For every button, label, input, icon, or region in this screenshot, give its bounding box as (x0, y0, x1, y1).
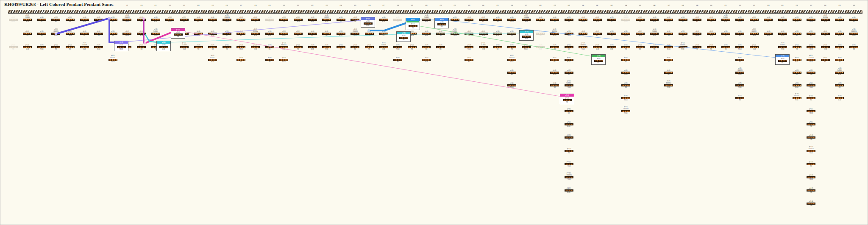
pendant-node[interactable]: p3 (1)MAB (733, 44, 747, 50)
pendant-node[interactable]: p1 (6)WAB (163, 17, 177, 23)
pendant-node[interactable]: p4 (6)NB (262, 57, 277, 63)
pendant-node[interactable]: p3 (4)MAB (662, 44, 676, 50)
pendant-node[interactable]: p3 (7)NB (505, 44, 519, 50)
pendant-node[interactable]: p1 (9)EEZZZ4WAB (519, 14, 533, 23)
pendant-node[interactable]: p2 (2)MAB (120, 31, 134, 37)
pendant-node[interactable]: p3 (7)CEZZZ8WAB (77, 42, 92, 50)
pendant-node[interactable]: p3 (1)NB (220, 44, 234, 50)
pendant-node[interactable]: p2 (2)EEZZZ4WAB (248, 28, 263, 37)
pendant-node[interactable]: p3 (1)KE (134, 44, 149, 50)
pendant-node[interactable]: p3 (7)KE (633, 44, 647, 50)
pendant-node[interactable]: p1 (6)CLZZZ2WAB (718, 14, 733, 23)
pendant-node[interactable]: p3 (1)NE (262, 44, 277, 50)
pendant-node[interactable]: p2 (2)NE (291, 31, 305, 37)
pendant-node[interactable]: p9 (4)MAB (562, 121, 576, 128)
pendant-node[interactable]: p4 (9)NE (234, 57, 248, 63)
pendant-node[interactable]: p2 (5)WAB (134, 31, 149, 37)
pendant-node[interactable]: p2 (8)WAB (277, 31, 291, 37)
pendant-node[interactable]: p3 (1)WAB (818, 44, 832, 50)
pendant-node[interactable]: p2 (2)NB (34, 31, 49, 37)
pendant-node[interactable]: p6 (7)WAB (733, 82, 747, 89)
pendant-node[interactable]: p5 (2)NE (562, 69, 576, 76)
pendant-node[interactable]: p3 (4)WAB (747, 44, 761, 50)
magenta-selected-b[interactable]: p7 (4)p7 (4)NE (560, 94, 574, 104)
pendant-node[interactable]: p1 (3)NB (704, 17, 718, 23)
pendant-node[interactable]: p1 (3)CEZZZ8WAB (619, 14, 633, 23)
pendant-node[interactable]: p2 (5)WAB (775, 31, 790, 37)
pendant-node[interactable]: p2 (5)KE (733, 31, 747, 37)
pendant-node[interactable]: p1 (9)MAB (647, 17, 662, 23)
pendant-node[interactable]: p2 (2)EEZZZ4WAB (847, 28, 861, 37)
pendant-node[interactable]: p5 (5)NB (662, 69, 676, 76)
pendant-node[interactable]: p3 (1)MAB (92, 44, 106, 50)
pendant-node[interactable]: p2 (8)CLZZZ2WAB (148, 28, 163, 37)
pendant-node[interactable]: p2 (5)CEZZZ8WAB (348, 28, 362, 37)
pendant-node[interactable]: p2 (2)KE (804, 31, 818, 37)
pendant-node[interactable]: p1 (3)MAB (576, 17, 590, 23)
pendant-node[interactable]: p1 (9)KE (690, 17, 704, 23)
pendant-node[interactable]: p10 (6)NB (804, 134, 818, 141)
blue-selected-b[interactable]: p1 (5)p1 (5)NE (434, 18, 449, 28)
pendant-node[interactable]: p2 (5)CEZZZ8WAB (647, 28, 662, 37)
pendant-node[interactable]: p4 (9)CEZZZ8WAB (106, 55, 120, 63)
pendant-node[interactable]: p4 (3)CLZZZ2WAB (505, 55, 519, 63)
pendant-node[interactable]: p2 (2)WAB (206, 31, 220, 37)
pendant-node[interactable]: p2 (2)WAB (633, 31, 647, 37)
pendant-node[interactable]: p3 (4)WAB (320, 44, 334, 50)
pendant-node[interactable]: p2 (8)NE (790, 31, 804, 37)
pendant-node[interactable]: p3 (7)MAB (590, 44, 604, 50)
pendant-node[interactable]: p3 (4)NE (191, 44, 206, 50)
pendant-node[interactable]: p6 (4)WAB (804, 82, 818, 89)
blue-selected-main[interactable]: p1 (2)p1 (2)NB (406, 18, 420, 30)
pendant-node[interactable]: p1 (9)NB (775, 17, 790, 23)
pendant-node[interactable]: p3 (7)CEZZZ8WAB (676, 42, 690, 50)
pendant-node[interactable]: p3 (4)NE (832, 44, 847, 50)
pendant-node[interactable]: p2 (8)CLZZZ2WAB (747, 28, 761, 37)
pendant-node[interactable]: p1 (9)KE (49, 17, 63, 23)
pendant-node[interactable]: p1 (3)KE (191, 17, 206, 23)
pendant-node[interactable]: p13 (3)MAB (804, 174, 818, 181)
pendant-node[interactable]: p1 (6)MAB (291, 17, 305, 23)
teal-selected-pendant-c[interactable]: p2 (3)p2 (3)WAB (519, 30, 534, 41)
pendant-node[interactable]: p4 (3)CLZZZ2WAB (804, 55, 818, 63)
pendant-node[interactable]: p13 (6)EEZZZ4WAB (562, 172, 576, 181)
pendant-node[interactable]: p2 (8)MAB (191, 31, 206, 37)
pendant-node[interactable]: p1 (9)NB (134, 17, 149, 23)
pendant-node[interactable]: p4 (9)NE (662, 57, 676, 63)
pendant-node[interactable]: p5 (5)WAB (619, 69, 633, 76)
periwinkle-selected[interactable]: p1 (8)p1 (8)WAB (361, 17, 375, 28)
pendant-node[interactable]: p4 (6)NE (733, 57, 747, 63)
pendant-node[interactable]: p2 (8)WAB (704, 31, 718, 37)
pendant-node[interactable]: p3 (1)KE (348, 44, 362, 50)
pendant-node[interactable]: p1 (3)KE (832, 17, 847, 23)
pendant-node[interactable]: p2 (2)NE (77, 31, 92, 37)
pendant-node[interactable]: p1 (6)NB (633, 17, 647, 23)
pendant-node[interactable]: p6 (1)KE (832, 82, 847, 89)
pendant-node[interactable]: p1 (9)NE (177, 17, 191, 23)
pendant-node[interactable]: p1 (6)CLZZZ2WAB (120, 14, 134, 23)
pendant-node[interactable]: p3 (7)NE (334, 44, 348, 50)
pendant-node[interactable]: p1 (9)WAB (733, 17, 747, 23)
pendant-node[interactable]: p11 (2)EEZZZ4WAB (804, 146, 818, 154)
pendant-node[interactable]: p8 (2)CLZZZ2WAB (619, 106, 633, 114)
pendant-node[interactable]: p1 (3)MAB (790, 17, 804, 23)
pendant-node[interactable]: p3 (1)NE (49, 44, 63, 50)
pendant-node[interactable]: p1 (3)MAB (148, 17, 163, 23)
pendant-node[interactable]: p3 (7)WAB (34, 44, 49, 50)
pendant-node[interactable]: p6 (1)EEZZZ4WAB (662, 80, 676, 89)
pendant-node[interactable]: p1 (9)EEZZZ4WAB (220, 14, 234, 23)
pendant-node[interactable]: p2 (5)KE (305, 31, 320, 37)
pendant-node[interactable]: p4 (9)WAB (790, 57, 804, 63)
pendant-node[interactable]: p7 (9)KE (804, 95, 818, 101)
pendant-node[interactable]: p3 (7)NB (718, 44, 733, 50)
pendant-node[interactable]: p1 (6)NE (34, 17, 49, 23)
pendant-node[interactable]: p2 (2)NE (718, 31, 733, 37)
pendant-node[interactable]: p11 (5)NB (562, 148, 576, 154)
pendant-node[interactable]: p12 (7)KE (804, 161, 818, 167)
pendant-node[interactable]: p1 (9)WAB (305, 17, 320, 23)
pendant-node[interactable]: p1 (3)CEZZZ8WAB (20, 14, 35, 23)
pendant-node[interactable]: p1 (3)WAB (662, 17, 676, 23)
pendant-node[interactable]: p3 (7)WAB (248, 44, 263, 50)
pendant-node[interactable]: p3 (1)WAB (391, 44, 405, 50)
pendant-node[interactable]: p2 (2)KE (376, 31, 391, 37)
